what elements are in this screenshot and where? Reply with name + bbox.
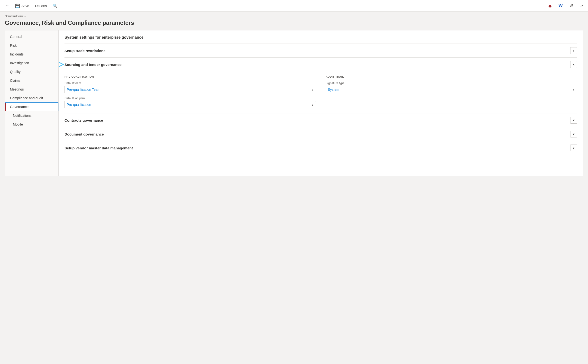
chevron-down-icon: ∨ [573, 49, 575, 52]
signature-type-select[interactable]: System ∨ [326, 86, 577, 93]
pre-qualification-label: PRE-QUALIFICATION [64, 75, 316, 78]
sidebar-label-investigation: Investigation [10, 61, 29, 65]
sidebar-item-governance[interactable]: Governance [5, 102, 58, 111]
accordion-title-trade-restrictions: Setup trade restrictions [64, 49, 105, 53]
sidebar-label-risk: Risk [10, 44, 17, 47]
popout-button[interactable]: ↗ [578, 2, 585, 9]
sidebar-item-notifications[interactable]: Notifications [5, 111, 58, 120]
accordion-toggle-document[interactable]: ∨ [570, 131, 577, 137]
search-button[interactable]: 🔍 [51, 2, 59, 9]
sidebar-label-meetings: Meetings [10, 87, 24, 91]
back-button[interactable]: ← [3, 2, 11, 9]
select-arrow-sig-icon: ∨ [573, 88, 575, 91]
chevron-down-icon: ∨ [573, 118, 575, 122]
accordion-title-document: Document governance [64, 132, 104, 136]
accordion-vendor-master[interactable]: Setup vendor master data management ∨ [64, 141, 577, 155]
accordion-sourcing-container: Sourcing and tender governance ∧ PRE-QUA… [64, 58, 577, 113]
standard-view-label: Standard view [5, 15, 23, 18]
sidebar-label-claims: Claims [10, 79, 20, 82]
signature-type-label: Signature type [326, 82, 577, 85]
default-job-plan-field: Default job plan Pre-qualification ∨ [64, 97, 316, 108]
select-arrow-icon: ∨ [312, 88, 314, 91]
sidebar-item-quality[interactable]: Quality [5, 67, 58, 76]
accordion-toggle-trade-restrictions[interactable]: ∨ [570, 47, 577, 54]
accordion-content-sourcing: PRE-QUALIFICATION Default team Pre-quali… [64, 71, 577, 113]
accordion-title-sourcing-tender: Sourcing and tender governance [64, 63, 121, 67]
content-area: System settings for enterprise governanc… [59, 30, 583, 176]
toolbar-left: ← 💾 Save Options 🔍 [3, 2, 545, 9]
default-job-plan-label: Default job plan [64, 97, 316, 100]
sidebar-label-governance: Governance [10, 105, 28, 109]
audit-trail-section: AUDIT TRAIL Signature type System ∨ [326, 75, 577, 108]
sidebar-label-compliance-audit: Compliance and audit [10, 96, 43, 100]
accordion-title-contracts: Contracts governance [64, 118, 103, 122]
word-icon-button[interactable]: W [557, 2, 565, 9]
save-icon: 💾 [15, 3, 20, 8]
sidebar-item-incidents[interactable]: Incidents [5, 50, 58, 59]
save-label: Save [21, 4, 29, 8]
accordion-contracts-governance[interactable]: Contracts governance ∨ [64, 113, 577, 127]
default-team-value: Pre-qualification Team [67, 88, 100, 91]
standard-view-dropdown[interactable]: Standard view ▾ [5, 15, 583, 18]
blue-arrow-annotation [59, 60, 67, 69]
content-section-header: System settings for enterprise governanc… [64, 35, 577, 40]
signature-type-field: Signature type System ∨ [326, 82, 577, 93]
sidebar-item-claims[interactable]: Claims [5, 76, 58, 85]
refresh-button[interactable]: ↺ [568, 2, 575, 9]
save-button[interactable]: 💾 Save [13, 2, 31, 9]
default-team-label: Default team [64, 82, 316, 85]
accordion-toggle-sourcing-tender[interactable]: ∧ [570, 61, 577, 68]
sidebar-item-compliance-audit[interactable]: Compliance and audit [5, 94, 58, 102]
default-team-select[interactable]: Pre-qualification Team ∨ [64, 86, 316, 93]
chevron-down-icon: ∨ [573, 132, 575, 136]
chevron-up-icon: ∧ [573, 63, 575, 66]
sidebar: General Risk Incidents Investigation Qua… [5, 30, 59, 176]
page-title: Governance, Risk and Compliance paramete… [5, 19, 583, 26]
sidebar-item-mobile[interactable]: Mobile [5, 120, 58, 129]
pre-qualification-section: PRE-QUALIFICATION Default team Pre-quali… [64, 75, 316, 108]
sidebar-item-investigation[interactable]: Investigation [5, 59, 58, 67]
toolbar: ← 💾 Save Options 🔍 ◆ W ↺ ↗ [0, 0, 588, 12]
sidebar-item-general[interactable]: General [5, 32, 58, 41]
accordion-document-governance[interactable]: Document governance ∨ [64, 127, 577, 141]
sidebar-label-general: General [10, 35, 22, 39]
chevron-down-icon: ∨ [573, 146, 575, 150]
toolbar-title: Options [33, 4, 49, 8]
default-team-field: Default team Pre-qualification Team ∨ [64, 82, 316, 93]
accordion-toggle-contracts[interactable]: ∨ [570, 117, 577, 124]
sidebar-label-quality: Quality [10, 70, 21, 74]
sidebar-label-notifications: Notifications [13, 114, 31, 118]
toolbar-right: ◆ W ↺ ↗ [546, 2, 585, 9]
select-arrow-job-icon: ∨ [312, 103, 314, 106]
signature-type-value: System [328, 88, 339, 91]
accordion-trade-restrictions[interactable]: Setup trade restrictions ∨ [64, 44, 577, 58]
sidebar-item-risk[interactable]: Risk [5, 41, 58, 50]
svg-marker-0 [59, 62, 63, 67]
sidebar-label-mobile: Mobile [13, 122, 23, 126]
accordion-title-vendor-master: Setup vendor master data management [64, 146, 133, 150]
accordion-toggle-vendor-master[interactable]: ∨ [570, 145, 577, 151]
sidebar-item-meetings[interactable]: Meetings [5, 85, 58, 94]
sidebar-label-incidents: Incidents [10, 52, 24, 56]
main-container: General Risk Incidents Investigation Qua… [5, 30, 583, 176]
default-job-plan-value: Pre-qualification [67, 103, 91, 107]
audit-trail-label: AUDIT TRAIL [326, 75, 577, 78]
chevron-down-icon: ▾ [24, 15, 26, 18]
diamond-icon-button[interactable]: ◆ [546, 2, 554, 9]
page-header: Standard view ▾ Governance, Risk and Com… [0, 12, 588, 30]
default-job-plan-select[interactable]: Pre-qualification ∨ [64, 101, 316, 108]
field-columns-layout: PRE-QUALIFICATION Default team Pre-quali… [64, 75, 577, 108]
accordion-sourcing-tender[interactable]: Sourcing and tender governance ∧ [64, 58, 577, 71]
